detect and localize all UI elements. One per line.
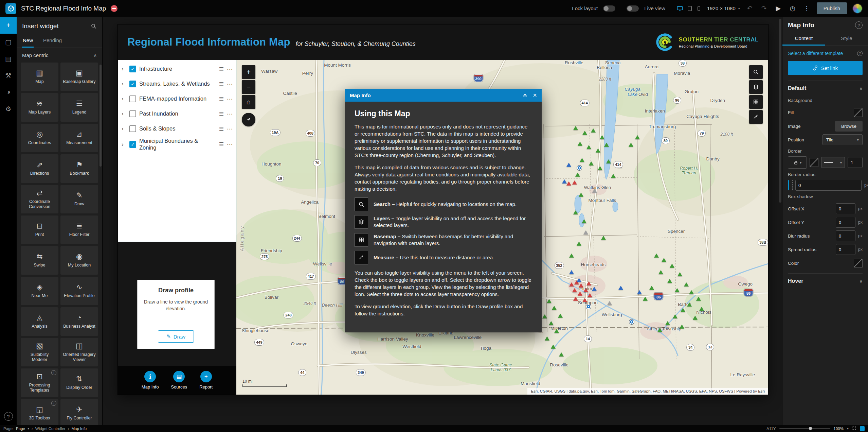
triangle-marker[interactable] [542, 314, 547, 318]
triangle-marker[interactable] [689, 290, 694, 294]
radius-individual-corners-button[interactable] [792, 180, 793, 190]
triangle-marker[interactable] [643, 297, 648, 301]
widget-tile[interactable]: ✎ Draw [60, 185, 98, 213]
fit-to-screen-icon[interactable] [852, 426, 856, 431]
widget-tile[interactable]: ◔ Business Analyst [60, 307, 98, 336]
rail-item[interactable]: + [0, 17, 17, 34]
triangle-marker[interactable] [591, 128, 596, 133]
legend-list-icon[interactable]: ☰ [219, 96, 224, 102]
layer-options-icon[interactable]: ⋯ [227, 110, 233, 118]
widget-tile[interactable]: ▦ Map [21, 63, 58, 91]
triangle-marker[interactable] [611, 174, 616, 178]
widget-tile[interactable]: ∿ Elevation Profile [60, 277, 98, 305]
browse-button[interactable]: Browse [835, 121, 863, 132]
shadow-color-swatch[interactable] [854, 259, 863, 267]
triangle-marker[interactable] [583, 288, 588, 292]
triangle-marker[interactable] [601, 236, 606, 240]
gauge-marker[interactable] [586, 304, 591, 309]
widget-tile[interactable]: ⇄ Coordinate Conversion [21, 185, 58, 213]
history-button[interactable]: ◷ [788, 4, 797, 12]
triangle-marker[interactable] [637, 290, 642, 294]
widget-tile[interactable]: ▣ Basemap Gallery [60, 63, 98, 91]
triangle-marker[interactable] [579, 283, 583, 288]
triangle-marker[interactable] [554, 329, 559, 333]
undo-button[interactable]: ↶ [745, 4, 754, 12]
layer-checkbox[interactable] [129, 66, 136, 72]
triangle-marker[interactable] [680, 325, 684, 329]
section-hover[interactable]: Hover ∨ [788, 273, 863, 289]
triangle-marker[interactable] [598, 166, 602, 170]
triangle-marker[interactable] [586, 145, 591, 149]
zoom-value[interactable]: 100% [834, 427, 844, 431]
layer-options-icon[interactable]: ⋯ [227, 141, 233, 148]
rail-item[interactable]: ▢ [0, 34, 17, 50]
triangle-marker[interactable] [670, 264, 674, 268]
publish-button[interactable]: Publish [817, 2, 847, 14]
triangle-marker[interactable] [583, 230, 588, 235]
triangle-marker[interactable] [582, 298, 587, 302]
widget-tile[interactable]: ◬ Analysis [21, 307, 58, 336]
widget-tile[interactable]: ◫ Oriented Imagery Viewer [60, 338, 98, 366]
widget-tile[interactable]: ⚑ Bookmark [60, 154, 98, 183]
set-link-button[interactable]: Set link [788, 61, 863, 75]
layer-checkbox[interactable] [129, 141, 136, 148]
triangle-marker[interactable] [566, 163, 571, 167]
shadow-value-input[interactable] [836, 217, 855, 228]
resolution-select[interactable]: 1920 × 1080 ▾ [707, 5, 740, 11]
map-layers-button[interactable] [749, 80, 763, 94]
triangle-marker[interactable] [673, 314, 677, 318]
triangle-marker[interactable] [566, 182, 571, 186]
triangle-marker[interactable] [549, 321, 554, 325]
triangle-marker[interactable] [551, 345, 556, 349]
legend-list-icon[interactable]: ☰ [219, 66, 224, 72]
expand-chevron-icon[interactable]: › [122, 110, 126, 117]
select-template-link[interactable]: Select a different template ? [788, 51, 863, 56]
shadow-value-input[interactable] [836, 203, 855, 214]
triangle-marker[interactable] [596, 149, 600, 153]
layer-options-icon[interactable]: ⋯ [227, 125, 233, 133]
expand-chevron-icon[interactable]: › [122, 81, 126, 87]
map-search-button[interactable] [749, 65, 763, 79]
triangle-marker[interactable] [681, 308, 685, 312]
layer-checkbox[interactable] [129, 96, 136, 102]
shadow-value-input[interactable] [836, 230, 855, 241]
widget-tile[interactable]: ⊟ Print [21, 215, 58, 244]
triangle-marker[interactable] [578, 142, 582, 146]
triangle-marker[interactable] [580, 158, 584, 162]
triangle-marker[interactable] [579, 193, 583, 197]
triangle-marker[interactable] [582, 131, 587, 135]
triangle-marker[interactable] [589, 161, 594, 166]
scrollbar[interactable] [100, 65, 102, 167]
triangle-marker[interactable] [687, 303, 692, 307]
triangle-marker[interactable] [562, 179, 567, 183]
preview-button[interactable]: ▶ [774, 4, 783, 12]
triangle-marker[interactable] [604, 143, 609, 147]
legend-list-icon[interactable]: ☰ [219, 141, 224, 148]
shadow-value-input[interactable] [836, 244, 855, 255]
triangle-marker[interactable] [618, 286, 623, 290]
insert-tab[interactable]: Pending [42, 34, 62, 48]
layer-checkbox[interactable] [129, 125, 136, 132]
triangle-marker[interactable] [607, 301, 612, 305]
desktop-view-icon[interactable] [676, 5, 683, 12]
rail-item[interactable]: ⚒ [0, 67, 17, 84]
more-options-button[interactable]: ⋮ [802, 4, 811, 12]
triangle-marker[interactable] [592, 287, 597, 291]
triangle-marker[interactable] [552, 306, 557, 310]
quick-access-button[interactable] [860, 426, 865, 431]
radius-all-corners-button[interactable] [788, 180, 789, 190]
home-button[interactable]: ⌂ [242, 95, 255, 109]
triangle-marker[interactable] [545, 336, 549, 341]
redo-button[interactable]: ↷ [760, 4, 768, 12]
triangle-marker[interactable] [586, 281, 591, 286]
triangle-marker[interactable] [649, 286, 654, 290]
position-select[interactable]: Tile ▾ [822, 134, 863, 145]
avatar[interactable] [852, 3, 863, 14]
phone-view-icon[interactable] [696, 6, 702, 11]
map[interactable]: WarsawPerryMount MorrisCastileHoughtonAn… [236, 60, 768, 395]
layer-options-icon[interactable]: ⋯ [227, 66, 233, 73]
triangle-marker[interactable] [569, 254, 574, 258]
live-view-toggle[interactable] [627, 5, 639, 12]
insert-tab[interactable]: New [22, 34, 34, 48]
settings-tab[interactable]: Content [782, 32, 825, 46]
